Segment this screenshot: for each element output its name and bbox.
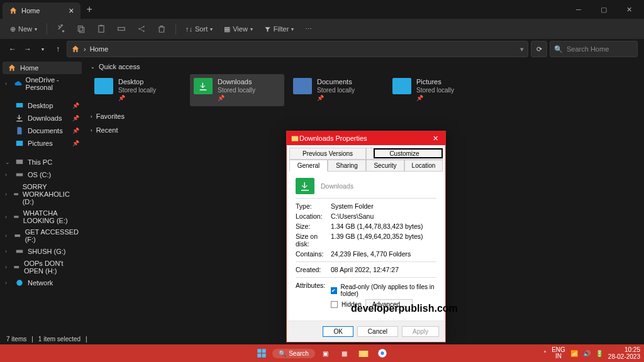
sidebar-item-drive[interactable]: ›OS (C:) (0, 168, 84, 181)
chevron-down-icon[interactable]: ▾ (520, 45, 524, 53)
apply-button[interactable]: Apply (402, 326, 439, 337)
more-button[interactable]: ⋯ (301, 23, 316, 35)
ok-button[interactable]: OK (323, 326, 353, 337)
paste-button[interactable] (93, 23, 109, 35)
folder-documents[interactable]: DocumentsStored locally📌 (289, 74, 384, 106)
sidebar-item-drive[interactable]: ›GET ACCESSED (F:) (0, 226, 84, 245)
system-tray[interactable]: ˄ ENGIN 📶 🔊 🔋 10:2528-02-2023 (543, 346, 640, 360)
sidebar-item-network[interactable]: ›Network (0, 277, 84, 289)
folder-name-field[interactable]: Downloads (321, 182, 353, 190)
size-on-disk-value: 1.39 GB (1,49,64,20,352 bytes) (331, 233, 436, 248)
contains-value: 24,239 Files, 4,770 Folders (331, 250, 436, 258)
taskbar-explorer[interactable] (355, 346, 372, 360)
address-bar[interactable]: › Home ▾ (67, 41, 528, 57)
sidebar-item-drive[interactable]: ›WHATCHA LOOKING (E:) (0, 207, 84, 226)
tab-location[interactable]: Location (404, 160, 443, 172)
battery-icon[interactable]: 🔋 (596, 350, 603, 357)
watermark-text: developerpublish.com (351, 303, 458, 314)
wifi-icon[interactable]: 📶 (570, 350, 578, 357)
add-tab-button[interactable]: + (80, 4, 99, 15)
folder-large-icon (296, 178, 314, 194)
tab-general[interactable]: General (289, 160, 328, 172)
refresh-button[interactable]: ⟳ (531, 41, 547, 57)
quick-access-header[interactable]: ⌄Quick access (91, 63, 638, 70)
close-window-button[interactable]: ✕ (616, 0, 641, 19)
sort-button[interactable]: ↑↓ Sort ▾ (182, 23, 216, 35)
tray-chevron-icon[interactable]: ˄ (543, 350, 547, 357)
folder-pictures[interactable]: PicturesStored locally📌 (389, 74, 483, 106)
sidebar-item-drive[interactable]: ›SORRY WORKAHOLIC (D:) (0, 181, 84, 207)
svg-rect-9 (16, 141, 23, 146)
minimize-button[interactable]: ─ (566, 0, 591, 19)
svg-rect-16 (14, 266, 19, 268)
start-button[interactable] (253, 346, 270, 360)
sidebar-item-home[interactable]: Home (3, 62, 82, 74)
readonly-checkbox[interactable]: ✔Read-only (Only applies to files in fol… (331, 283, 436, 297)
download-icon (15, 114, 24, 123)
pin-icon: 📌 (72, 102, 79, 109)
cancel-button[interactable]: Cancel (357, 326, 398, 337)
cut-button[interactable] (53, 23, 69, 35)
folder-desktop[interactable]: DesktopStored locally📌 (91, 74, 185, 106)
drive-icon (13, 212, 19, 221)
home-icon (9, 6, 18, 15)
pin-icon: 📌 (218, 94, 255, 102)
sidebar-item-downloads[interactable]: Downloads📌 (0, 112, 84, 124)
svg-point-5 (138, 28, 140, 30)
taskbar-chrome[interactable] (374, 346, 391, 360)
copy-button[interactable] (73, 23, 89, 35)
search-input[interactable]: 🔍 Search Home (550, 41, 638, 57)
sidebar-item-desktop[interactable]: Desktop📌 (0, 99, 84, 112)
sidebar-item-onedrive[interactable]: ›OneDrive - Personal (0, 74, 84, 93)
pin-icon: 📌 (72, 128, 79, 134)
svg-rect-8 (16, 103, 23, 107)
pin-icon: 📌 (72, 140, 79, 146)
back-button[interactable]: ← (6, 43, 19, 55)
pin-icon: 📌 (416, 94, 454, 102)
location-value: C:\Users\Sanu (331, 212, 436, 220)
volume-icon[interactable]: 🔊 (583, 350, 591, 357)
dialog-close-button[interactable]: ✕ (429, 134, 441, 143)
svg-rect-19 (257, 349, 261, 353)
svg-rect-11 (16, 173, 23, 177)
folder-downloads[interactable]: DownloadsStored locally📌 (190, 74, 284, 106)
titlebar: Home × + ─ ▢ ✕ (0, 0, 644, 19)
taskbar-search[interactable]: 🔍Search (272, 349, 315, 358)
rename-button[interactable] (113, 23, 130, 35)
task-view-button[interactable]: ▣ (318, 346, 334, 360)
forward-button[interactable]: → (21, 43, 34, 55)
up-button[interactable]: ↑ (52, 43, 64, 55)
tab-sharing[interactable]: Sharing (328, 160, 366, 172)
breadcrumb[interactable]: Home (90, 45, 108, 53)
close-tab-button[interactable]: × (69, 6, 74, 16)
maximize-button[interactable]: ▢ (591, 0, 616, 19)
filter-button[interactable]: Filter ▾ (260, 23, 297, 35)
sidebar-item-documents[interactable]: Documents📌 (0, 124, 84, 137)
tab-security[interactable]: Security (366, 160, 404, 172)
svg-rect-10 (16, 160, 23, 164)
drive-icon (13, 263, 19, 272)
share-button[interactable] (133, 23, 150, 35)
favorites-header[interactable]: ›Favorites (91, 112, 638, 120)
pin-icon: 📌 (72, 115, 79, 121)
dialog-titlebar[interactable]: Downloads Properties ✕ (287, 131, 445, 145)
delete-button[interactable] (153, 23, 170, 35)
svg-rect-1 (80, 28, 84, 33)
size-value: 1.34 GB (1,44,78,83,423 bytes) (331, 222, 436, 230)
sidebar-item-drive[interactable]: ›SHUSH (G:) (0, 245, 84, 258)
view-button[interactable]: ▦ View ▾ (220, 23, 257, 35)
search-icon: 🔍 (279, 350, 286, 357)
taskbar-app[interactable]: ▦ (336, 346, 353, 360)
recent-locations-button[interactable]: ▾ (36, 43, 49, 55)
folder-icon (94, 78, 113, 94)
sidebar-item-pictures[interactable]: Pictures📌 (0, 137, 84, 150)
tab-customize[interactable]: Customize (366, 148, 443, 160)
tab-previous-versions[interactable]: Previous Versions (289, 148, 366, 160)
sidebar-item-thispc[interactable]: ⌄This PC (0, 156, 84, 168)
folder-icon (293, 78, 312, 94)
svg-rect-21 (257, 354, 261, 358)
new-button[interactable]: ⊕ New ▾ (6, 23, 41, 35)
window-tab[interactable]: Home × (3, 3, 80, 19)
sidebar-item-drive[interactable]: ›OOPs DON't OPEN (H:) (0, 258, 84, 277)
svg-rect-13 (14, 216, 18, 217)
